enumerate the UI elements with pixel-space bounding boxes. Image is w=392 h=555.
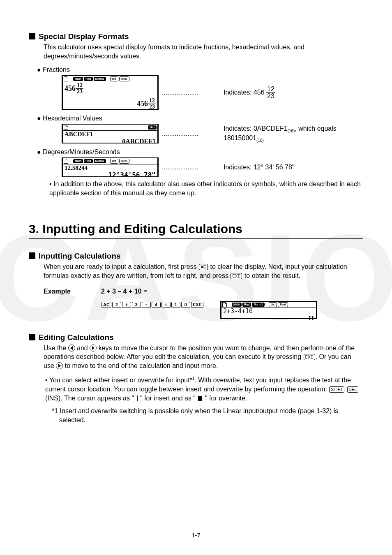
key-0: 0 [181,302,190,308]
key-sequence: AC2+3−4+10EXE [101,301,204,308]
doc-icon [64,159,68,164]
heading-inputting-calculations: Inputting Calculations [29,252,363,261]
badge-math: Math [73,159,83,163]
badge-norm1: Norm1 [94,77,106,81]
svg-marker-0 [70,346,73,350]
key-ac-inline: AC [199,264,208,270]
example-label: Example [44,288,85,295]
heading-editing-calculations: Editing Calculations [29,333,363,342]
doc-icon [64,76,68,81]
hex-description: Indicates: 0ABCDEF1(16), which equals 18… [224,124,363,143]
addl-note: • In addition to the above, this calcula… [49,180,363,197]
badge-real: Real [278,302,288,307]
footnote-1: *1 Insert and overwrite switching is pos… [52,407,363,424]
key-4: 4 [152,302,161,308]
leader-dots: .................... [162,164,220,171]
bullet-fractions: ● Fractions [37,66,363,74]
key-shift: SHIFT [329,386,344,393]
intro-paragraph: This calculator uses special display for… [44,43,363,60]
bullet-dms: ● Degrees/Minutes/Seconds [37,148,363,156]
badge-rad: Rad [84,77,92,81]
inputting-body: When you are ready to input a calculatio… [44,262,363,280]
key-del: DEL [347,386,358,393]
manual-page: Special Display Formats This calculator … [0,0,392,441]
badge-math: Math [232,303,242,307]
badge-math: Math [73,77,83,81]
key-1: 1 [171,302,180,308]
page-number: 1-7 [0,532,392,539]
cursor-right-icon [90,345,97,352]
dms-description: Indicates: 12° 34' 56.78" [224,163,363,172]
key-ac: AC [101,302,111,308]
chapter-rule [29,238,363,239]
doc-icon [222,302,227,307]
key-exe-inline: EXE [231,273,242,279]
key-3: 3 [132,302,141,308]
insert-overwrite-bullet: • You can select either insert or overwr… [45,376,363,402]
badge-rad: Rad [84,159,92,163]
badge-dc: d/c [110,159,118,164]
overwrite-cursor-icon [198,396,202,401]
bullet-hex: ● Hexadecimal Values [37,115,363,122]
badge-norm1: Norm1 [94,159,106,163]
badge-dc: d/c [269,302,277,307]
insert-cursor-icon [137,395,138,401]
calculator-screen-hex: Hex ABCDEF1 0ABCDEF1 [62,124,159,143]
fractions-description: Indicates: 456 1223 [224,86,363,99]
cursor-left-icon [68,345,75,352]
calculator-screen-dms: Math Rad Norm1 d/c Real 12.58244 12°34'5… [62,157,159,177]
leader-dots: .................... [162,89,220,96]
key-exe: EXE [191,302,203,308]
calculator-screen-example: Math Rad Norm1 d/c Real 2+3-4+10 11 [220,301,317,319]
key-−: − [142,302,151,308]
doc-icon [64,125,68,130]
badge-norm1: Norm1 [252,303,264,307]
heading-special-display-formats: Special Display Formats [29,32,363,41]
key-+: + [161,302,171,308]
leader-dots: .................... [162,130,220,137]
key-2: 2 [112,302,121,308]
badge-dc: d/c [110,76,118,81]
svg-marker-2 [58,364,61,368]
editing-body: Use the and keys to move the cursor to t… [44,344,363,370]
svg-marker-1 [92,346,95,350]
cursor-right-icon [56,362,63,369]
example-equation: 2 + 3 – 4 + 10 = [101,288,148,295]
calculator-screen-fractions: Math Rad Norm1 d/c Real 4561223 4561223 [62,75,159,110]
key-+: + [122,302,131,308]
badge-real: Real [119,159,129,164]
chapter-heading: 3. Inputting and Editing Calculations [29,222,363,236]
badge-hex: Hex [148,125,157,130]
badge-real: Real [119,76,129,81]
key-exe-inline: EXE [304,354,315,360]
badge-rad: Rad [242,303,251,307]
